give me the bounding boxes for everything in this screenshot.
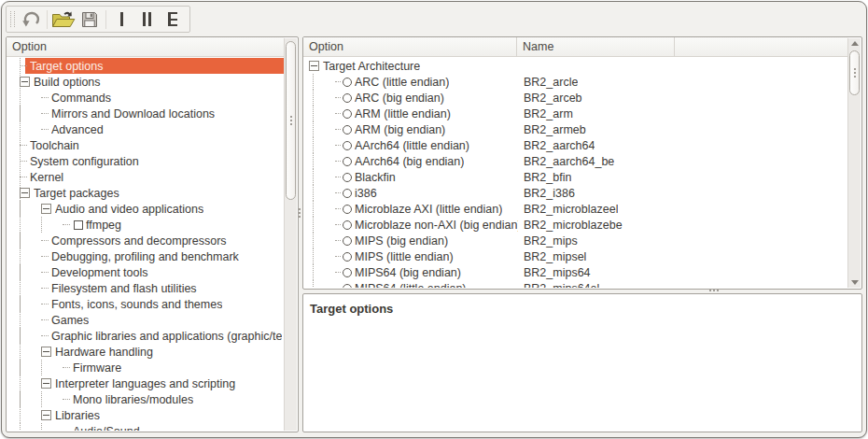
tree-item[interactable]: Fonts, icons, sounds and themes bbox=[7, 296, 284, 312]
radio-icon[interactable] bbox=[343, 78, 352, 87]
tree-item[interactable]: Filesystem and flash utilities bbox=[7, 280, 284, 296]
empty-column-header[interactable] bbox=[675, 37, 848, 56]
tree-item[interactable]: ffmpeg bbox=[7, 217, 284, 233]
expander-minus-icon[interactable] bbox=[41, 347, 51, 357]
arch-row[interactable]: MIPS (big endian)BR2_mips bbox=[304, 233, 847, 248]
tree-item[interactable]: Kernel bbox=[7, 169, 284, 185]
tree-connector bbox=[41, 97, 49, 98]
tree-item[interactable]: System configuration bbox=[7, 153, 284, 169]
expander-minus-icon[interactable] bbox=[41, 410, 51, 420]
back-button[interactable] bbox=[20, 8, 43, 31]
tree-item-label: Fonts, icons, sounds and themes bbox=[51, 298, 222, 311]
expander-minus-icon[interactable] bbox=[41, 204, 51, 214]
tree-item[interactable]: Interpreter languages and scripting bbox=[7, 375, 284, 391]
scroll-up-icon[interactable] bbox=[851, 41, 859, 46]
tree-item[interactable]: Graphic libraries and applications (grap… bbox=[7, 328, 284, 344]
radio-icon[interactable] bbox=[343, 93, 352, 103]
arch-row[interactable]: Target Architecture bbox=[304, 58, 847, 74]
arch-row[interactable]: ARC (big endian)BR2_arceb bbox=[304, 90, 847, 106]
tree-item[interactable]: Debugging, profiling and benchmark bbox=[7, 248, 284, 264]
right-scrollbar[interactable] bbox=[847, 38, 861, 288]
radio-icon[interactable] bbox=[343, 125, 352, 135]
split-pane-icon bbox=[143, 12, 151, 26]
tree-item[interactable]: Development tools bbox=[7, 264, 284, 280]
arch-option-label: i386 bbox=[355, 187, 377, 200]
tree-item[interactable]: Hardware handling bbox=[7, 344, 284, 360]
expander-minus-icon[interactable] bbox=[20, 77, 30, 87]
load-config-button[interactable] bbox=[51, 8, 76, 31]
arch-row[interactable]: Microblaze AXI (little endian)BR2_microb… bbox=[304, 201, 847, 217]
arch-option-label: AArch64 (little endian) bbox=[355, 139, 469, 152]
arch-row[interactable]: BlackfinBR2_bfin bbox=[304, 169, 847, 185]
option-column-header[interactable]: Option bbox=[303, 37, 517, 56]
tree-item[interactable]: Commands bbox=[7, 90, 284, 106]
tree-item[interactable]: Firmware bbox=[7, 360, 284, 375]
radio-icon[interactable] bbox=[343, 157, 352, 166]
arch-row[interactable]: ARM (big endian)BR2_armeb bbox=[304, 121, 847, 137]
tree-connector bbox=[41, 335, 49, 336]
arch-row[interactable]: ARC (little endian)BR2_arcle bbox=[304, 74, 847, 90]
arch-option-label: ARC (little endian) bbox=[355, 76, 449, 89]
tree-item[interactable]: Libraries bbox=[7, 407, 284, 423]
expander-minus-icon[interactable] bbox=[20, 188, 30, 198]
tree-connector bbox=[335, 240, 341, 241]
arch-row[interactable]: MIPS (little endian)BR2_mipsel bbox=[304, 248, 847, 264]
toolbar-grip[interactable] bbox=[10, 11, 15, 27]
save-config-button[interactable] bbox=[77, 8, 101, 31]
option-column-header[interactable]: Option bbox=[7, 37, 47, 56]
tree-item[interactable]: Target packages bbox=[7, 185, 284, 201]
splitter-grip-icon bbox=[299, 208, 301, 210]
radio-icon[interactable] bbox=[343, 189, 352, 198]
right-scrollbar-thumb[interactable] bbox=[849, 50, 860, 95]
radio-icon[interactable] bbox=[343, 205, 352, 214]
expander-minus-icon[interactable] bbox=[41, 378, 51, 389]
tree-guide bbox=[20, 248, 41, 264]
radio-icon[interactable] bbox=[343, 268, 352, 277]
name-column-header[interactable]: Name bbox=[517, 37, 675, 56]
tree-item-label: Firmware bbox=[73, 361, 121, 375]
radio-icon[interactable] bbox=[343, 236, 352, 246]
radio-icon[interactable] bbox=[343, 252, 352, 262]
left-scrollbar-thumb[interactable] bbox=[286, 41, 296, 200]
save-floppy-icon bbox=[80, 10, 99, 29]
split-view-button[interactable] bbox=[135, 8, 159, 31]
radio-icon[interactable] bbox=[343, 220, 352, 230]
tree-item[interactable]: Advanced bbox=[7, 121, 284, 137]
tree-item[interactable]: Mirrors and Download locations bbox=[7, 106, 284, 121]
arch-row[interactable]: AArch64 (big endian)BR2_aarch64_be bbox=[304, 153, 847, 169]
arch-row[interactable]: MIPS64 (little endian)BR2_mips64el bbox=[304, 280, 847, 288]
arch-row[interactable]: MIPS64 (big endian)BR2_mips64 bbox=[304, 264, 847, 280]
tree-item[interactable]: Games bbox=[7, 312, 284, 328]
tree-item-label: Build options bbox=[34, 76, 101, 89]
scroll-down-icon[interactable] bbox=[851, 280, 859, 285]
single-view-button[interactable] bbox=[110, 8, 133, 31]
left-scrollbar[interactable] bbox=[284, 38, 297, 431]
expander-minus-icon[interactable] bbox=[309, 61, 319, 71]
tree-item[interactable]: Audio/Sound bbox=[7, 423, 284, 431]
arch-row[interactable]: AArch64 (little endian)BR2_aarch64 bbox=[304, 137, 847, 153]
tree-item-label: Target options bbox=[30, 60, 104, 73]
tree-item[interactable]: Build options bbox=[7, 74, 284, 90]
arch-name-label: BR2_mipsel bbox=[518, 250, 586, 263]
tree-item[interactable]: Toolchain bbox=[7, 137, 284, 153]
checkbox-icon[interactable] bbox=[74, 220, 83, 230]
right-panel-header: Option Name bbox=[303, 37, 848, 57]
tree-guide bbox=[20, 233, 41, 248]
tree-item-label: Audio/Sound bbox=[73, 425, 140, 432]
arch-row[interactable]: Microblaze non-AXI (big endian)BR2_micro… bbox=[304, 217, 847, 233]
tree-item[interactable]: Compressors and decompressors bbox=[7, 233, 284, 248]
arch-row[interactable]: ARM (little endian)BR2_arm bbox=[304, 106, 847, 121]
help-panel: Target options bbox=[302, 293, 862, 432]
radio-icon[interactable] bbox=[343, 141, 352, 150]
radio-icon[interactable] bbox=[343, 109, 352, 119]
tree-item[interactable]: Audio and video applications bbox=[7, 201, 284, 217]
arch-name-label: BR2_microblazebe bbox=[518, 219, 623, 232]
arch-row[interactable]: i386BR2_i386 bbox=[304, 185, 847, 201]
tree-item[interactable]: Mono libraries/modules bbox=[7, 391, 284, 407]
arch-option-label: MIPS64 (big endian) bbox=[355, 266, 461, 279]
radio-icon[interactable] bbox=[343, 173, 352, 182]
full-view-button[interactable] bbox=[161, 8, 184, 31]
tree-item[interactable]: Target options bbox=[7, 58, 284, 74]
arch-option-cell: MIPS64 (little endian) bbox=[304, 280, 518, 288]
tree-item-label: Toolchain bbox=[30, 139, 79, 152]
